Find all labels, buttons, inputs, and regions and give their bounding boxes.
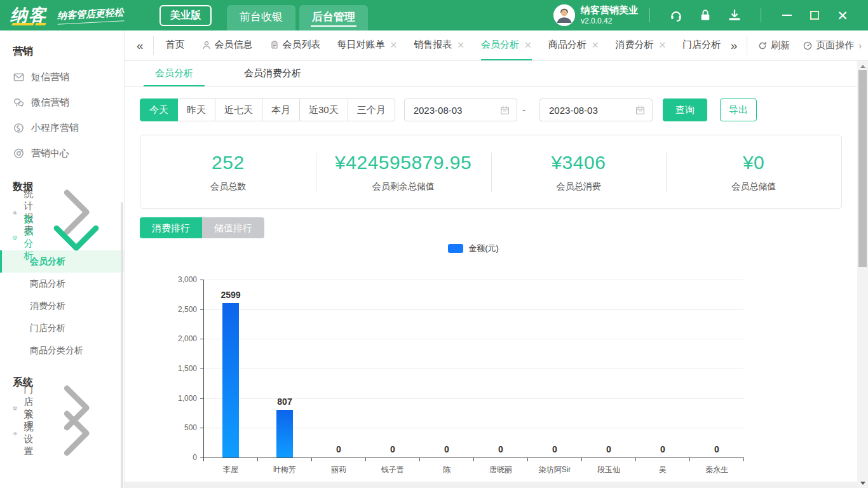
query-button[interactable]: 查询 (663, 98, 707, 121)
bar-value-label: 0 (482, 444, 520, 454)
sidebar-item-miniapp-marketing[interactable]: 小程序营销 (0, 115, 124, 140)
range-button-today[interactable]: 今天 (140, 98, 178, 121)
member-analysis-page: 会员分析会员消费分析 今天昨天近七天本月近30天三个月 - 查询 导出 (125, 61, 868, 488)
maximize-button[interactable] (806, 7, 823, 24)
tab-member-info[interactable]: 会员信息 (201, 31, 253, 60)
miniapp-marketing-icon (13, 122, 25, 134)
stat-label: 会员总消费 (491, 181, 667, 193)
tab-member-analysis[interactable]: 会员分析✕ (481, 31, 532, 60)
bottom-strip (125, 482, 857, 488)
scrollbar-down-arrow[interactable] (857, 478, 868, 488)
sidebar-item-label: 短信营销 (31, 71, 69, 83)
sidebar-scrollbar-thumb[interactable] (121, 202, 123, 488)
chart-legend[interactable]: 金额(元) (203, 243, 743, 254)
tab-label: 商品分析 (548, 39, 587, 51)
page-operations-button[interactable]: 页面操作 › (803, 39, 862, 51)
subtab-member-consumption-analysis[interactable]: 会员消费分析 (233, 61, 313, 86)
date-from-field[interactable] (404, 98, 517, 121)
avatar[interactable] (553, 4, 575, 26)
edition-badge[interactable]: 美业版 (159, 5, 212, 26)
date-to-input[interactable] (549, 105, 635, 116)
tab-daily-statement[interactable]: 每日对账单✕ (337, 31, 398, 60)
chart-plot-area: 05001,0001,5002,0002,5003,0002599李屋807叶梅… (203, 280, 743, 458)
sidebar-section-title-marketing: 营销 (0, 30, 124, 64)
bar-2[interactable] (276, 410, 293, 458)
subtab-member-analysis[interactable]: 会员分析 (144, 61, 205, 86)
tab-consumption-analysis[interactable]: 消费分析✕ (616, 31, 667, 60)
app-slogan: 纳客管店更轻松 (57, 6, 124, 24)
toggle-stored-value-rank[interactable]: 储值排行 (202, 217, 264, 238)
export-button[interactable]: 导出 (720, 98, 757, 121)
date-to-field[interactable] (539, 98, 653, 121)
close-tab-icon[interactable]: ✕ (659, 40, 667, 50)
sidebar-item-sms-marketing[interactable]: 短信营销 (0, 64, 124, 90)
data-analysis-icon (13, 232, 17, 244)
close-tab-icon[interactable]: ✕ (390, 40, 398, 50)
range-button-last-30-days[interactable]: 近30天 (299, 98, 348, 121)
expand-tabs-button[interactable]: » (725, 39, 743, 53)
download-icon[interactable] (728, 8, 742, 22)
sms-marketing-icon (13, 71, 25, 83)
tabstrip-divider (153, 36, 154, 55)
tab-home[interactable]: 首页 (166, 31, 185, 60)
close-tab-icon[interactable]: ✕ (592, 40, 599, 50)
user-info[interactable]: 纳客营销美业 v2.0.0.42 (581, 4, 638, 26)
collapse-tabs-button[interactable]: « (131, 39, 149, 53)
sidebar-subitem-store-analysis[interactable]: 门店分析 (0, 317, 124, 339)
refresh-button[interactable]: 刷新 (757, 39, 790, 51)
mode-tabs: 前台收银后台管理 (227, 0, 368, 30)
tab-product-analysis[interactable]: 商品分析✕ (548, 31, 599, 60)
sidebar-item-system-settings[interactable]: 系统设置 (0, 421, 124, 446)
x-category-label: 李屋 (204, 464, 257, 475)
summary-stats-card: 252会员总数¥424595879.95会员剩余总储值¥3406会员总消费¥0会… (140, 135, 842, 209)
lock-icon[interactable] (698, 8, 712, 22)
date-from-input[interactable] (414, 105, 499, 116)
mode-tab-backend-management[interactable]: 后台管理 (299, 5, 368, 30)
sidebar-item-label: 微信营销 (31, 97, 69, 109)
sidebar-subitem-product-category-analysis[interactable]: 商品分类分析 (0, 339, 124, 362)
range-button-this-month[interactable]: 本月 (262, 98, 300, 121)
stat-value: 252 (140, 152, 316, 173)
gridline (203, 339, 743, 339)
scrollbar-thumb[interactable] (858, 70, 867, 267)
bar-value-label: 807 (266, 396, 304, 407)
close-tab-icon[interactable]: ✕ (524, 40, 532, 50)
bar-value-label: 0 (374, 444, 412, 454)
legend-label: 金额(元) (468, 243, 499, 254)
close-button[interactable]: ✕ (834, 7, 851, 24)
chevron-right-icon (39, 396, 114, 471)
sidebar-subitem-consumption-analysis[interactable]: 消费分析 (0, 295, 124, 317)
tab-sales-report[interactable]: 销售报表✕ (414, 31, 465, 60)
close-tab-icon[interactable]: ✕ (457, 40, 465, 50)
stat-value: ¥0 (666, 152, 841, 173)
range-button-yesterday[interactable]: 昨天 (177, 98, 215, 121)
tab-label: 会员分析 (481, 39, 519, 51)
topbar: 纳客 纳客管店更轻松 美业版 前台收银后台管理 纳客营销美业 v2.0.0.42 (0, 0, 868, 30)
sidebar-item-marketing-center[interactable]: 营销中心 (0, 140, 124, 166)
bar-1[interactable] (222, 303, 239, 458)
sidebar-item-label: 系统设置 (24, 409, 39, 458)
range-button-three-months[interactable]: 三个月 (348, 98, 395, 121)
mode-tab-front-cashier[interactable]: 前台收银 (227, 5, 295, 30)
stat-label: 会员剩余总储值 (316, 181, 491, 193)
x-category-label: 段玉仙 (582, 464, 635, 475)
tab-member-list[interactable]: 会员列表 (269, 31, 321, 60)
bar-value-label: 0 (536, 444, 574, 454)
vertical-scrollbar[interactable] (857, 61, 868, 488)
main-area: « 首页会员信息会员列表每日对账单✕销售报表✕会员分析✕商品分析✕消费分析✕门店… (125, 30, 868, 488)
date-range-quick-buttons: 今天昨天近七天本月近30天三个月 (140, 98, 395, 121)
range-button-last-7-days[interactable]: 近七天 (215, 98, 262, 121)
bar-value-label: 0 (428, 444, 466, 454)
sidebar-subitem-product-analysis[interactable]: 商品分析 (0, 273, 124, 295)
stat-total-consumption: ¥3406会员总消费 (491, 146, 667, 199)
tab-store-analysis[interactable]: 门店分析✕ (682, 31, 725, 60)
customer-service-icon[interactable] (669, 8, 683, 22)
sidebar-subitem-label: 商品分类分析 (30, 345, 83, 355)
toggle-consumption-rank[interactable]: 消费排行 (140, 217, 202, 238)
refresh-icon (757, 41, 768, 51)
topbar-right: 纳客营销美业 v2.0.0.42 ✕ (553, 4, 857, 26)
person-icon (201, 40, 212, 50)
minimize-button[interactable] (778, 7, 795, 24)
sidebar-item-wechat-marketing[interactable]: 微信营销 (0, 90, 124, 115)
sidebar-item-data-analysis[interactable]: 数据分析 (0, 225, 124, 250)
